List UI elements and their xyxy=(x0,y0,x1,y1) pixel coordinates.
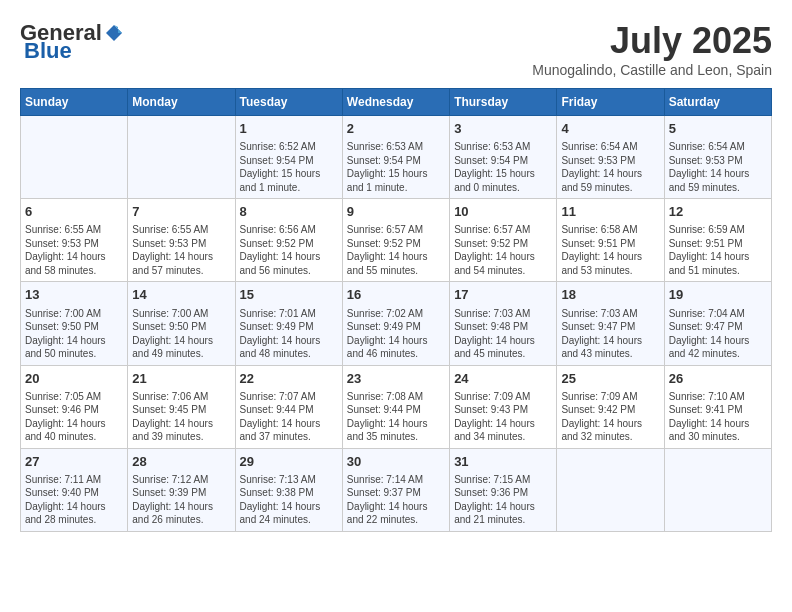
day-info: Sunrise: 7:14 AMSunset: 9:37 PMDaylight:… xyxy=(347,473,445,527)
day-info: Sunrise: 6:57 AMSunset: 9:52 PMDaylight:… xyxy=(347,223,445,277)
day-number: 16 xyxy=(347,286,445,304)
day-info: Sunrise: 6:54 AMSunset: 9:53 PMDaylight:… xyxy=(669,140,767,194)
calendar-day-cell: 6Sunrise: 6:55 AMSunset: 9:53 PMDaylight… xyxy=(21,199,128,282)
calendar-day-cell: 29Sunrise: 7:13 AMSunset: 9:38 PMDayligh… xyxy=(235,448,342,531)
calendar-day-cell: 1Sunrise: 6:52 AMSunset: 9:54 PMDaylight… xyxy=(235,116,342,199)
day-info: Sunrise: 6:53 AMSunset: 9:54 PMDaylight:… xyxy=(347,140,445,194)
day-info: Sunrise: 7:09 AMSunset: 9:42 PMDaylight:… xyxy=(561,390,659,444)
calendar-day-cell: 21Sunrise: 7:06 AMSunset: 9:45 PMDayligh… xyxy=(128,365,235,448)
day-info: Sunrise: 7:09 AMSunset: 9:43 PMDaylight:… xyxy=(454,390,552,444)
calendar-day-cell: 10Sunrise: 6:57 AMSunset: 9:52 PMDayligh… xyxy=(450,199,557,282)
day-number: 11 xyxy=(561,203,659,221)
day-info: Sunrise: 7:05 AMSunset: 9:46 PMDaylight:… xyxy=(25,390,123,444)
day-number: 4 xyxy=(561,120,659,138)
day-info: Sunrise: 6:57 AMSunset: 9:52 PMDaylight:… xyxy=(454,223,552,277)
calendar-day-cell: 28Sunrise: 7:12 AMSunset: 9:39 PMDayligh… xyxy=(128,448,235,531)
logo-icon xyxy=(104,23,124,43)
day-info: Sunrise: 6:54 AMSunset: 9:53 PMDaylight:… xyxy=(561,140,659,194)
calendar-day-cell: 2Sunrise: 6:53 AMSunset: 9:54 PMDaylight… xyxy=(342,116,449,199)
day-number: 14 xyxy=(132,286,230,304)
calendar-day-cell: 8Sunrise: 6:56 AMSunset: 9:52 PMDaylight… xyxy=(235,199,342,282)
day-info: Sunrise: 6:55 AMSunset: 9:53 PMDaylight:… xyxy=(25,223,123,277)
calendar-day-cell: 19Sunrise: 7:04 AMSunset: 9:47 PMDayligh… xyxy=(664,282,771,365)
day-info: Sunrise: 7:03 AMSunset: 9:47 PMDaylight:… xyxy=(561,307,659,361)
day-number: 24 xyxy=(454,370,552,388)
logo: General Blue xyxy=(20,20,124,64)
calendar-day-cell: 13Sunrise: 7:00 AMSunset: 9:50 PMDayligh… xyxy=(21,282,128,365)
day-number: 28 xyxy=(132,453,230,471)
day-info: Sunrise: 7:00 AMSunset: 9:50 PMDaylight:… xyxy=(25,307,123,361)
day-info: Sunrise: 7:13 AMSunset: 9:38 PMDaylight:… xyxy=(240,473,338,527)
day-of-week-header: Monday xyxy=(128,89,235,116)
day-info: Sunrise: 7:15 AMSunset: 9:36 PMDaylight:… xyxy=(454,473,552,527)
day-number: 2 xyxy=(347,120,445,138)
day-number: 30 xyxy=(347,453,445,471)
day-info: Sunrise: 7:07 AMSunset: 9:44 PMDaylight:… xyxy=(240,390,338,444)
day-number: 6 xyxy=(25,203,123,221)
calendar-day-cell: 31Sunrise: 7:15 AMSunset: 9:36 PMDayligh… xyxy=(450,448,557,531)
calendar-day-cell: 26Sunrise: 7:10 AMSunset: 9:41 PMDayligh… xyxy=(664,365,771,448)
calendar-day-cell: 23Sunrise: 7:08 AMSunset: 9:44 PMDayligh… xyxy=(342,365,449,448)
calendar-week-row: 6Sunrise: 6:55 AMSunset: 9:53 PMDaylight… xyxy=(21,199,772,282)
calendar-day-cell: 22Sunrise: 7:07 AMSunset: 9:44 PMDayligh… xyxy=(235,365,342,448)
calendar-header-row: SundayMondayTuesdayWednesdayThursdayFrid… xyxy=(21,89,772,116)
day-info: Sunrise: 7:03 AMSunset: 9:48 PMDaylight:… xyxy=(454,307,552,361)
day-number: 25 xyxy=(561,370,659,388)
day-number: 20 xyxy=(25,370,123,388)
day-number: 1 xyxy=(240,120,338,138)
calendar-day-cell xyxy=(21,116,128,199)
calendar-day-cell: 17Sunrise: 7:03 AMSunset: 9:48 PMDayligh… xyxy=(450,282,557,365)
calendar-week-row: 20Sunrise: 7:05 AMSunset: 9:46 PMDayligh… xyxy=(21,365,772,448)
calendar-day-cell: 25Sunrise: 7:09 AMSunset: 9:42 PMDayligh… xyxy=(557,365,664,448)
day-number: 27 xyxy=(25,453,123,471)
day-info: Sunrise: 7:12 AMSunset: 9:39 PMDaylight:… xyxy=(132,473,230,527)
calendar-day-cell: 14Sunrise: 7:00 AMSunset: 9:50 PMDayligh… xyxy=(128,282,235,365)
calendar-table: SundayMondayTuesdayWednesdayThursdayFrid… xyxy=(20,88,772,532)
day-of-week-header: Sunday xyxy=(21,89,128,116)
month-title: July 2025 xyxy=(532,20,772,62)
day-number: 12 xyxy=(669,203,767,221)
day-number: 5 xyxy=(669,120,767,138)
calendar-day-cell: 20Sunrise: 7:05 AMSunset: 9:46 PMDayligh… xyxy=(21,365,128,448)
logo-blue-text: Blue xyxy=(24,38,72,64)
day-number: 13 xyxy=(25,286,123,304)
day-number: 9 xyxy=(347,203,445,221)
day-info: Sunrise: 7:04 AMSunset: 9:47 PMDaylight:… xyxy=(669,307,767,361)
day-info: Sunrise: 6:53 AMSunset: 9:54 PMDaylight:… xyxy=(454,140,552,194)
day-number: 21 xyxy=(132,370,230,388)
day-number: 15 xyxy=(240,286,338,304)
calendar-day-cell: 3Sunrise: 6:53 AMSunset: 9:54 PMDaylight… xyxy=(450,116,557,199)
day-info: Sunrise: 6:55 AMSunset: 9:53 PMDaylight:… xyxy=(132,223,230,277)
day-number: 10 xyxy=(454,203,552,221)
calendar-day-cell: 30Sunrise: 7:14 AMSunset: 9:37 PMDayligh… xyxy=(342,448,449,531)
calendar-day-cell xyxy=(128,116,235,199)
page-header: General Blue July 2025 Munogalindo, Cast… xyxy=(20,20,772,78)
day-number: 31 xyxy=(454,453,552,471)
calendar-day-cell: 24Sunrise: 7:09 AMSunset: 9:43 PMDayligh… xyxy=(450,365,557,448)
calendar-day-cell: 7Sunrise: 6:55 AMSunset: 9:53 PMDaylight… xyxy=(128,199,235,282)
day-info: Sunrise: 7:11 AMSunset: 9:40 PMDaylight:… xyxy=(25,473,123,527)
calendar-day-cell: 16Sunrise: 7:02 AMSunset: 9:49 PMDayligh… xyxy=(342,282,449,365)
calendar-day-cell: 12Sunrise: 6:59 AMSunset: 9:51 PMDayligh… xyxy=(664,199,771,282)
day-info: Sunrise: 6:58 AMSunset: 9:51 PMDaylight:… xyxy=(561,223,659,277)
day-of-week-header: Friday xyxy=(557,89,664,116)
day-info: Sunrise: 7:02 AMSunset: 9:49 PMDaylight:… xyxy=(347,307,445,361)
calendar-day-cell: 18Sunrise: 7:03 AMSunset: 9:47 PMDayligh… xyxy=(557,282,664,365)
day-of-week-header: Saturday xyxy=(664,89,771,116)
calendar-day-cell: 4Sunrise: 6:54 AMSunset: 9:53 PMDaylight… xyxy=(557,116,664,199)
day-number: 23 xyxy=(347,370,445,388)
calendar-day-cell: 9Sunrise: 6:57 AMSunset: 9:52 PMDaylight… xyxy=(342,199,449,282)
day-info: Sunrise: 6:56 AMSunset: 9:52 PMDaylight:… xyxy=(240,223,338,277)
calendar-day-cell xyxy=(664,448,771,531)
calendar-week-row: 13Sunrise: 7:00 AMSunset: 9:50 PMDayligh… xyxy=(21,282,772,365)
day-info: Sunrise: 6:59 AMSunset: 9:51 PMDaylight:… xyxy=(669,223,767,277)
calendar-day-cell xyxy=(557,448,664,531)
calendar-day-cell: 27Sunrise: 7:11 AMSunset: 9:40 PMDayligh… xyxy=(21,448,128,531)
day-number: 7 xyxy=(132,203,230,221)
day-info: Sunrise: 7:00 AMSunset: 9:50 PMDaylight:… xyxy=(132,307,230,361)
day-of-week-header: Wednesday xyxy=(342,89,449,116)
day-number: 17 xyxy=(454,286,552,304)
title-area: July 2025 Munogalindo, Castille and Leon… xyxy=(532,20,772,78)
day-of-week-header: Thursday xyxy=(450,89,557,116)
calendar-day-cell: 11Sunrise: 6:58 AMSunset: 9:51 PMDayligh… xyxy=(557,199,664,282)
